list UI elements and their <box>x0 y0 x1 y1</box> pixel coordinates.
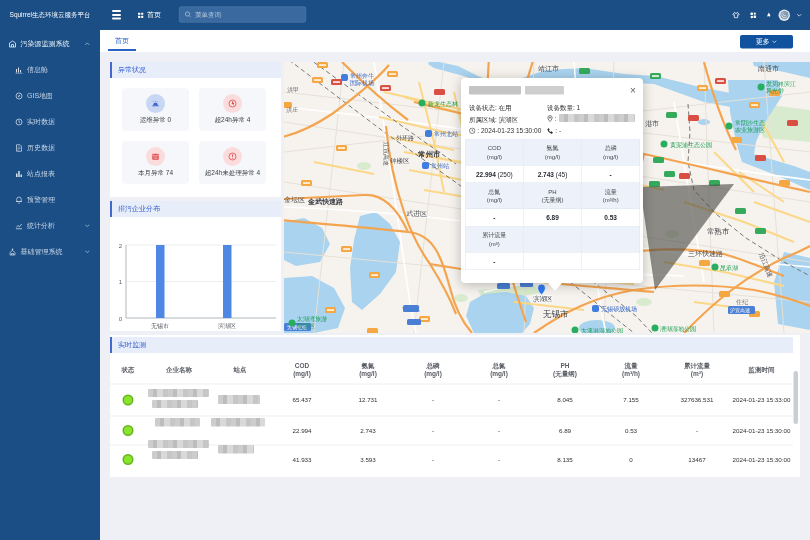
svg-text:常州北站: 常州北站 <box>434 130 458 138</box>
svg-text:农业旅游区: 农业旅游区 <box>735 126 765 134</box>
svg-text:常熟市: 常熟市 <box>707 227 730 236</box>
svg-text:武进区: 武进区 <box>406 210 427 218</box>
svg-text:无锡市: 无锡市 <box>543 309 569 319</box>
svg-text:常州奔牛: 常州奔牛 <box>350 73 374 79</box>
svg-text:常州站: 常州站 <box>431 163 449 170</box>
svg-text:靖江市: 靖江市 <box>538 64 559 73</box>
svg-text:风光带: 风光带 <box>766 88 784 95</box>
svg-text:住纪: 住纪 <box>736 299 749 305</box>
svg-text:滨湖区: 滨湖区 <box>533 295 553 303</box>
svg-text:发周粮滨江: 发周粮滨江 <box>766 80 796 87</box>
svg-text:江宜高速: 江宜高速 <box>383 142 390 166</box>
svg-text:昆承湖: 昆承湖 <box>720 265 738 272</box>
svg-text:南通市: 南通市 <box>758 64 779 72</box>
svg-text:金武快速路: 金武快速路 <box>307 198 344 206</box>
svg-text:钟楼区: 钟楼区 <box>389 157 410 164</box>
svg-text:2: 2 <box>119 243 123 249</box>
svg-text:三环快速路: 三环快速路 <box>688 250 723 258</box>
svg-text:太湖湾旅游: 太湖湾旅游 <box>297 315 327 323</box>
svg-text:漕湖湿地公园: 漕湖湿地公园 <box>660 325 696 333</box>
svg-text:洪庄: 洪庄 <box>286 106 298 113</box>
svg-text:无锡市: 无锡市 <box>151 322 169 330</box>
svg-text:沪宜高速: 沪宜高速 <box>730 307 750 314</box>
svg-text:无锡硕放机场: 无锡硕放机场 <box>601 305 637 313</box>
svg-text:度假区: 度假区 <box>297 322 315 330</box>
svg-text:常州市: 常州市 <box>418 150 441 159</box>
svg-text:金坛区: 金坛区 <box>284 196 305 203</box>
svg-text:黄泥浦生态公园: 黄泥浦生态公园 <box>670 141 712 149</box>
svg-text:外环路: 外环路 <box>396 134 414 142</box>
svg-text:常阴沙生态: 常阴沙生态 <box>735 119 765 127</box>
svg-text:1: 1 <box>119 279 123 285</box>
svg-text:港市: 港市 <box>645 119 659 128</box>
svg-text:国际机场: 国际机场 <box>350 79 374 87</box>
svg-text:滨湖区: 滨湖区 <box>218 322 236 329</box>
svg-text:大溪港湿地公园: 大溪港湿地公园 <box>581 327 623 333</box>
svg-text:新龙生态林: 新龙生态林 <box>428 100 459 107</box>
svg-text:洪甲: 洪甲 <box>287 87 299 93</box>
svg-text:0: 0 <box>119 316 123 322</box>
